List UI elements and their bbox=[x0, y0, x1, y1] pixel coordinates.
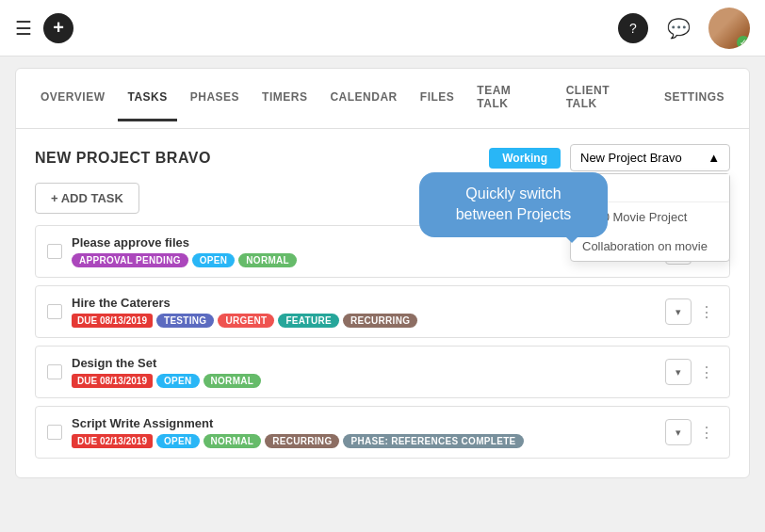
chat-button[interactable]: 💬 bbox=[663, 13, 693, 43]
task-checkbox-3[interactable] bbox=[47, 364, 62, 379]
main-content: OVERVIEW TASKS PHASES TIMERS CALENDAR FI… bbox=[0, 56, 765, 490]
tab-tasks[interactable]: TASKS bbox=[118, 75, 176, 121]
add-task-button[interactable]: + ADD TASK bbox=[35, 183, 139, 214]
status-badge: Working bbox=[489, 148, 561, 169]
task-actions-2: ▾ ⋮ bbox=[665, 298, 718, 325]
tab-team-talk[interactable]: TEAM TALK bbox=[467, 69, 552, 128]
badge-urgent-2: URGENT bbox=[218, 314, 274, 328]
tab-bar: OVERVIEW TASKS PHASES TIMERS CALENDAR FI… bbox=[16, 69, 749, 129]
top-bar: ☰ + ? 💬 ✓ bbox=[0, 0, 765, 56]
badge-normal-3: NORMAL bbox=[203, 374, 262, 388]
help-button[interactable]: ? bbox=[618, 13, 648, 43]
table-row: Design the Set DUE 08/13/2019 OPEN NORMA… bbox=[35, 346, 730, 398]
table-row: Hire the Caterers DUE 08/13/2019 TESTING… bbox=[35, 285, 730, 338]
task-badges-3: DUE 08/13/2019 OPEN NORMAL bbox=[72, 374, 665, 388]
task-info-4: Script Write Assignment DUE 02/13/2019 O… bbox=[72, 416, 665, 448]
add-task-label: + ADD TASK bbox=[51, 191, 123, 205]
task-expand-2[interactable]: ▾ bbox=[665, 298, 692, 325]
badge-normal-4: NORMAL bbox=[203, 434, 262, 448]
task-title-4: Script Write Assignment bbox=[72, 416, 665, 430]
tab-phases[interactable]: PHASES bbox=[181, 75, 249, 121]
tab-calendar[interactable]: CALENDAR bbox=[320, 75, 406, 121]
task-title-2: Hire the Caterers bbox=[72, 296, 665, 310]
badge-due-2: DUE 08/13/2019 bbox=[72, 314, 153, 328]
badge-normal-1: NORMAL bbox=[238, 253, 297, 267]
badge-recurring-4: RECURRING bbox=[265, 434, 339, 448]
tab-client-talk[interactable]: CLIENT TALK bbox=[557, 69, 651, 128]
task-checkbox-4[interactable] bbox=[47, 425, 62, 440]
task-more-2[interactable]: ⋮ bbox=[695, 298, 718, 325]
badge-open-4: OPEN bbox=[156, 434, 200, 448]
project-header-right: Working New Project Bravo ▲ Quickly swit… bbox=[489, 144, 730, 171]
task-actions-3: ▾ ⋮ bbox=[665, 359, 718, 385]
task-title-3: Design the Set bbox=[72, 356, 665, 370]
top-bar-left: ☰ + bbox=[15, 13, 73, 43]
tab-overview[interactable]: OVERVIEW bbox=[31, 75, 114, 121]
badge-open-3: OPEN bbox=[156, 374, 200, 388]
table-row: Script Write Assignment DUE 02/13/2019 O… bbox=[35, 406, 730, 459]
add-button[interactable]: + bbox=[43, 13, 73, 43]
task-more-3[interactable]: ⋮ bbox=[695, 359, 718, 385]
top-bar-right: ? 💬 ✓ bbox=[618, 8, 750, 49]
task-info-3: Design the Set DUE 08/13/2019 OPEN NORMA… bbox=[72, 356, 665, 388]
badge-due-4: DUE 02/13/2019 bbox=[72, 434, 153, 448]
task-expand-3[interactable]: ▾ bbox=[665, 359, 692, 385]
task-badges-2: DUE 08/13/2019 TESTING URGENT FEATURE RE… bbox=[72, 314, 665, 328]
badge-feature-2: FEATURE bbox=[278, 314, 339, 328]
badge-open-1: OPEN bbox=[192, 253, 236, 267]
project-title: NEW PROJECT BRAVO bbox=[35, 150, 211, 167]
avatar[interactable]: ✓ bbox=[708, 8, 750, 49]
badge-testing-2: TESTING bbox=[156, 314, 214, 328]
task-checkbox-1[interactable] bbox=[47, 244, 62, 259]
tab-settings[interactable]: SETTINGS bbox=[655, 75, 734, 121]
task-actions-4: ▾ ⋮ bbox=[665, 419, 718, 445]
tooltip-text: Quickly switch between Projects bbox=[456, 185, 572, 222]
badge-phase-4: PHASE: REFERENCES COMPLETE bbox=[343, 434, 523, 448]
task-expand-4[interactable]: ▾ bbox=[665, 419, 692, 445]
project-select-button[interactable]: New Project Bravo ▲ bbox=[570, 144, 730, 171]
task-badges-4: DUE 02/13/2019 OPEN NORMAL RECURRING PHA… bbox=[72, 434, 665, 448]
tooltip-bubble: Quickly switch between Projects bbox=[419, 172, 608, 237]
task-checkbox-2[interactable] bbox=[47, 304, 62, 319]
badge-recurring-2: RECURRING bbox=[343, 314, 417, 328]
tab-files[interactable]: FILES bbox=[411, 75, 464, 121]
badge-due-3: DUE 08/13/2019 bbox=[72, 374, 153, 388]
task-more-4[interactable]: ⋮ bbox=[695, 419, 718, 445]
main-card: OVERVIEW TASKS PHASES TIMERS CALENDAR FI… bbox=[15, 68, 750, 478]
chevron-up-icon: ▲ bbox=[708, 151, 720, 165]
tab-timers[interactable]: TIMERS bbox=[252, 75, 317, 121]
badge-approval-pending: APPROVAL PENDING bbox=[72, 253, 188, 267]
hamburger-icon[interactable]: ☰ bbox=[15, 17, 32, 40]
task-info-2: Hire the Caterers DUE 08/13/2019 TESTING… bbox=[72, 296, 665, 328]
avatar-status: ✓ bbox=[737, 36, 750, 49]
project-header: NEW PROJECT BRAVO Working New Project Br… bbox=[16, 129, 749, 183]
project-select-container: New Project Bravo ▲ Quickly switch betwe… bbox=[570, 144, 730, 171]
project-select-label: New Project Bravo bbox=[580, 151, 682, 165]
